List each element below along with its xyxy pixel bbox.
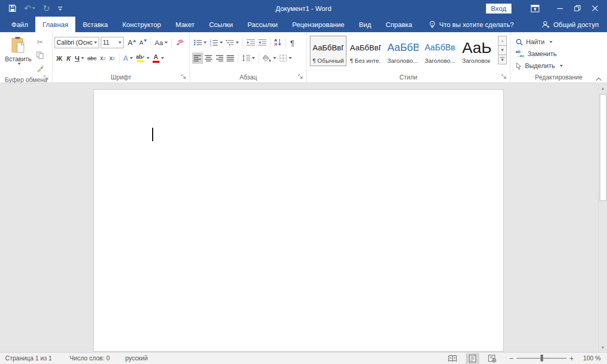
collapse-ribbon-button[interactable]	[596, 77, 602, 81]
save-icon[interactable]	[8, 4, 17, 12]
vertical-scrollbar[interactable]: ▲ ▼	[598, 84, 607, 352]
ribbon-display-options-icon[interactable]	[526, 0, 544, 17]
highlight-button[interactable]: ab	[134, 52, 151, 64]
font-color-icon: А	[153, 54, 159, 63]
styles-scroll-down-button[interactable]: ▼	[498, 45, 507, 55]
redo-button[interactable]: ↻	[43, 4, 50, 13]
justify-button[interactable]	[225, 52, 236, 64]
clear-formatting-button[interactable]	[174, 37, 185, 48]
group-styles: АаБбВвГг, ¶ Обычный АаБбВвГг, ¶ Без инте…	[306, 32, 510, 83]
grow-font-button[interactable]: А	[126, 37, 138, 48]
styles-scroll-up-button[interactable]: ▲	[498, 36, 507, 46]
style-title[interactable]: АаЬ Заголовок	[460, 36, 496, 66]
font-size-dropdown-icon	[118, 42, 122, 44]
bullets-button[interactable]	[192, 37, 208, 48]
tab-design[interactable]: Конструктор	[115, 17, 168, 32]
lightbulb-icon	[429, 21, 436, 29]
tab-references[interactable]: Ссылки	[202, 17, 240, 32]
format-painter-button[interactable]	[34, 62, 46, 74]
web-layout-button[interactable]	[485, 353, 499, 364]
subscript-button[interactable]: x2	[98, 52, 107, 64]
tab-file[interactable]: Файл	[4, 17, 35, 32]
paste-button[interactable]: Вставить	[3, 36, 33, 76]
document-page[interactable]	[93, 89, 504, 352]
borders-icon	[279, 55, 287, 62]
sort-button[interactable]: А Я	[273, 37, 283, 48]
styles-group-label: Стили	[399, 74, 417, 81]
style-heading2[interactable]: АаБбВвГ Заголово...	[422, 36, 458, 66]
word-window: ↶ ↻ Документ1 - Word Вход	[0, 0, 607, 364]
align-right-button[interactable]	[214, 52, 225, 64]
scroll-up-button[interactable]: ▲	[599, 84, 607, 93]
copy-button[interactable]	[34, 49, 46, 61]
paragraph-dialog-launcher[interactable]	[298, 74, 304, 80]
underline-button[interactable]: Ч	[73, 52, 86, 64]
sign-in-button[interactable]: Вход	[486, 4, 511, 14]
paste-label: Вставить	[5, 56, 32, 63]
change-case-button[interactable]: Aa	[153, 37, 169, 48]
select-dropdown-icon	[560, 65, 563, 67]
borders-button[interactable]	[278, 52, 293, 64]
tab-mailings[interactable]: Рассылки	[240, 17, 285, 32]
multilevel-list-button[interactable]	[224, 37, 240, 48]
numbering-button[interactable]: 123	[208, 37, 224, 48]
shading-button[interactable]	[261, 52, 278, 64]
close-button[interactable]	[586, 0, 604, 17]
tab-help[interactable]: Справка	[379, 17, 420, 32]
align-center-button[interactable]	[203, 52, 214, 64]
zoom-slider[interactable]	[517, 358, 566, 359]
shrink-font-button[interactable]: А	[138, 37, 149, 48]
styles-dialog-launcher[interactable]	[502, 74, 508, 80]
superscript-button[interactable]: x2	[107, 52, 117, 64]
strikethrough-button[interactable]: abc	[86, 52, 98, 64]
font-dialog-launcher[interactable]	[181, 74, 187, 80]
group-editing: Найти ab →ac Заменить Выделить Ред	[510, 32, 607, 83]
read-mode-button[interactable]	[446, 353, 460, 364]
select-button[interactable]: Выделить	[510, 60, 607, 72]
tab-view[interactable]: Вид	[352, 17, 379, 32]
font-name-combo[interactable]: Calibri (Оснс	[55, 37, 99, 48]
italic-button[interactable]: К	[64, 52, 73, 64]
highlight-icon: ab	[136, 55, 145, 62]
zoom-level[interactable]: 100 %	[581, 355, 607, 362]
print-layout-button[interactable]	[466, 353, 479, 364]
bold-button[interactable]: Ж	[55, 52, 64, 64]
replace-button[interactable]: ab →ac Заменить	[510, 48, 607, 60]
share-person-icon	[542, 21, 550, 29]
text-cursor	[152, 128, 153, 141]
line-spacing-button[interactable]	[240, 52, 257, 64]
zoom-out-button[interactable]: −	[506, 354, 517, 362]
page-indicator[interactable]: Страница 1 из 1	[0, 355, 57, 362]
clipboard-dialog-launcher[interactable]	[44, 75, 50, 82]
language-indicator[interactable]: русский	[120, 355, 153, 362]
word-count[interactable]: Число слов: 0	[64, 355, 115, 362]
show-formatting-marks-button[interactable]: ¶	[288, 37, 297, 48]
tell-me-box[interactable]: Что вы хотите сделать?	[424, 17, 519, 32]
scroll-down-button[interactable]: ▼	[599, 343, 607, 352]
styles-more-button[interactable]: ▼	[498, 55, 507, 64]
share-button[interactable]: Общий доступ	[533, 17, 607, 32]
find-button[interactable]: Найти	[510, 36, 607, 48]
zoom-slider-thumb[interactable]	[541, 355, 543, 361]
style-normal[interactable]: АаБбВвГг, ¶ Обычный	[310, 36, 346, 66]
tab-home[interactable]: Главная	[35, 17, 75, 32]
restore-button[interactable]	[569, 0, 586, 17]
tab-layout[interactable]: Макет	[168, 17, 202, 32]
cut-button[interactable]: ✂	[34, 36, 46, 48]
font-size-combo[interactable]: 11	[101, 37, 124, 48]
increase-indent-button[interactable]	[257, 37, 268, 48]
customize-qat-button[interactable]	[58, 6, 63, 11]
tab-insert[interactable]: Вставка	[75, 17, 115, 32]
minimize-button[interactable]	[551, 0, 569, 17]
zoom-in-button[interactable]: +	[566, 354, 577, 362]
tab-review[interactable]: Рецензирование	[285, 17, 352, 32]
text-effects-button[interactable]: А	[122, 52, 134, 64]
group-paragraph: 123 А	[190, 32, 306, 83]
scrollbar-thumb[interactable]	[600, 94, 606, 201]
undo-button[interactable]: ↶	[24, 4, 35, 13]
decrease-indent-button[interactable]	[245, 37, 257, 48]
style-no-spacing[interactable]: АаБбВвГг, ¶ Без инте...	[347, 36, 384, 66]
font-color-button[interactable]: А	[151, 52, 166, 64]
align-left-button[interactable]	[192, 52, 203, 64]
style-heading1[interactable]: АаБбВв Заголово...	[385, 36, 421, 66]
